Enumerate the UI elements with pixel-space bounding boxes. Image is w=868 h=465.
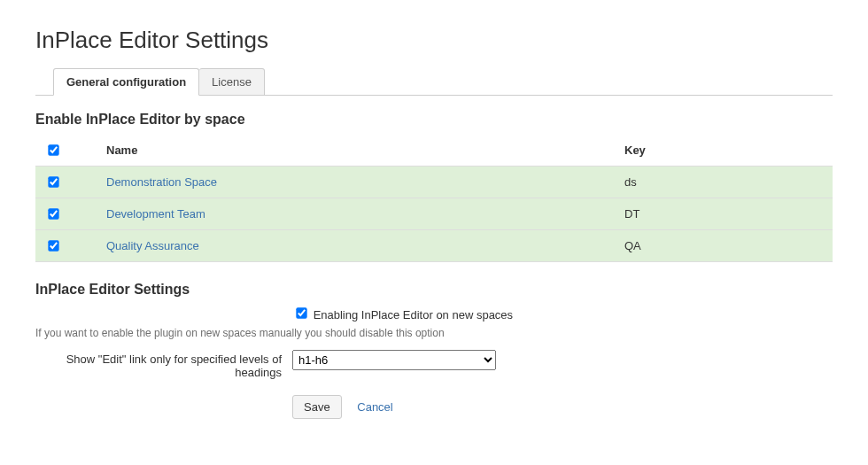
space-name[interactable]: Demonstration Space	[97, 167, 616, 198]
table-row: Development Team DT	[35, 198, 833, 230]
heading-levels-select[interactable]: h1-h6	[292, 350, 496, 370]
space-checkbox[interactable]	[48, 176, 58, 187]
space-name[interactable]: Development Team	[97, 198, 616, 230]
helper-text: If you want to enable the plugin on new …	[35, 327, 833, 339]
tab-general-configuration[interactable]: General configuration	[53, 68, 199, 96]
section-heading-settings: InPlace Editor Settings	[35, 282, 833, 298]
column-header-name: Name	[97, 135, 616, 167]
space-key: ds	[616, 167, 833, 198]
space-checkbox[interactable]	[48, 208, 58, 219]
table-row: Demonstration Space ds	[35, 167, 833, 198]
cancel-link[interactable]: Cancel	[357, 400, 392, 414]
heading-levels-label: Show "Edit" link only for specified leve…	[35, 350, 292, 379]
tab-license[interactable]: License	[199, 68, 265, 96]
spaces-table: Name Key Demonstration Space ds Developm…	[35, 135, 833, 262]
section-heading-spaces: Enable InPlace Editor by space	[35, 112, 833, 128]
select-all-checkbox[interactable]	[48, 144, 58, 155]
table-row: Quality Assurance QA	[35, 230, 833, 262]
enable-new-spaces-checkbox[interactable]	[296, 307, 306, 318]
save-button[interactable]: Save	[292, 395, 342, 419]
tab-label: License	[212, 75, 252, 89]
column-header-key: Key	[616, 135, 833, 167]
page-title: InPlace Editor Settings	[35, 27, 833, 54]
space-key: QA	[616, 230, 833, 262]
space-name[interactable]: Quality Assurance	[97, 230, 616, 262]
tab-label: General configuration	[66, 75, 186, 89]
enable-new-spaces-label[interactable]: Enabling InPlace Editor on new spaces	[314, 308, 513, 322]
space-checkbox[interactable]	[48, 240, 58, 251]
space-key: DT	[616, 198, 833, 230]
tabs-bar: General configuration License	[35, 67, 833, 96]
